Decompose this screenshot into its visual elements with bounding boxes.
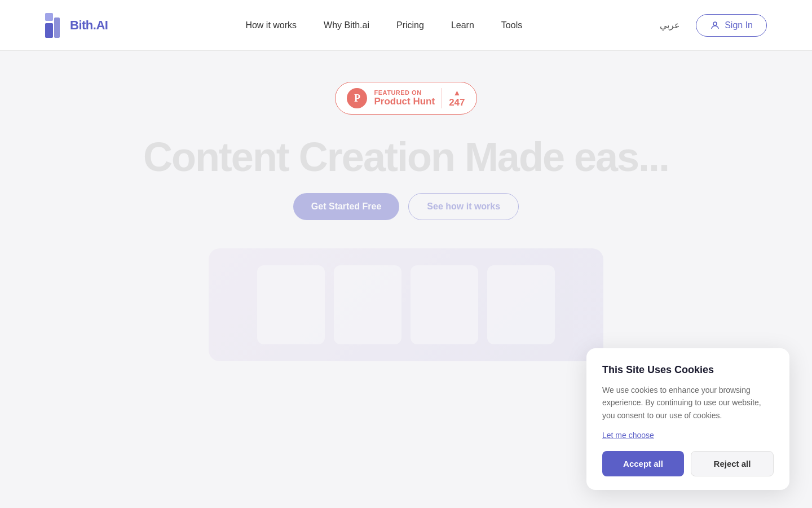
ph-featured-label: FEATURED ON bbox=[374, 89, 435, 96]
ph-product-hunt-name: Product Hunt bbox=[374, 96, 435, 107]
hero-visual bbox=[209, 248, 603, 361]
cookie-title: This Site Uses Cookies bbox=[602, 364, 774, 376]
visual-card-3 bbox=[411, 265, 478, 344]
let-me-choose-link[interactable]: Let me choose bbox=[602, 431, 774, 440]
visual-card-2 bbox=[334, 265, 401, 344]
logo-text: Bith.AI bbox=[70, 18, 108, 33]
svg-rect-1 bbox=[54, 17, 60, 38]
nav-links: How it works Why Bith.ai Pricing Learn T… bbox=[245, 20, 522, 30]
arabic-link[interactable]: عربي bbox=[660, 20, 680, 30]
ph-vote-count: 247 bbox=[449, 97, 465, 108]
ph-logo-icon: P bbox=[347, 88, 367, 108]
reject-all-button[interactable]: Reject all bbox=[691, 451, 774, 476]
hero-buttons: Get Started Free See how it works bbox=[293, 193, 519, 220]
signin-button[interactable]: Sign In bbox=[696, 14, 767, 37]
logo[interactable]: Bith.AI bbox=[45, 13, 108, 38]
nav-tools[interactable]: Tools bbox=[501, 20, 522, 30]
visual-cards bbox=[257, 265, 555, 344]
svg-point-3 bbox=[713, 22, 717, 25]
nav-learn[interactable]: Learn bbox=[451, 20, 474, 30]
signin-label: Sign In bbox=[725, 20, 753, 30]
cookie-buttons: Accept all Reject all bbox=[602, 451, 774, 476]
cookie-body-text: We use cookies to enhance your browsing … bbox=[602, 384, 774, 422]
svg-rect-0 bbox=[45, 23, 53, 38]
ph-arrow-icon: ▲ bbox=[453, 88, 461, 97]
main-content: P FEATURED ON Product Hunt ▲ 247 Content… bbox=[0, 51, 812, 361]
get-started-button[interactable]: Get Started Free bbox=[293, 193, 399, 220]
ph-text-area: FEATURED ON Product Hunt bbox=[374, 89, 435, 107]
nav-why-bithai[interactable]: Why Bith.ai bbox=[324, 20, 369, 30]
svg-rect-2 bbox=[45, 13, 53, 21]
ph-vote-area: ▲ 247 bbox=[449, 88, 465, 108]
nav-right: عربي Sign In bbox=[660, 14, 767, 37]
navbar: Bith.AI How it works Why Bith.ai Pricing… bbox=[0, 0, 812, 51]
visual-card-4 bbox=[487, 265, 555, 344]
see-how-button[interactable]: See how it works bbox=[408, 193, 519, 220]
ph-divider bbox=[442, 88, 442, 108]
hero-title: Content Creation Made eas... bbox=[143, 135, 669, 179]
logo-icon bbox=[45, 13, 65, 38]
accept-all-button[interactable]: Accept all bbox=[602, 451, 684, 476]
product-hunt-badge[interactable]: P FEATURED ON Product Hunt ▲ 247 bbox=[335, 82, 476, 115]
nav-pricing[interactable]: Pricing bbox=[396, 20, 424, 30]
visual-card-1 bbox=[257, 265, 325, 344]
cookie-banner: This Site Uses Cookies We use cookies to… bbox=[586, 348, 789, 490]
nav-how-it-works[interactable]: How it works bbox=[245, 20, 297, 30]
user-icon bbox=[710, 20, 720, 30]
